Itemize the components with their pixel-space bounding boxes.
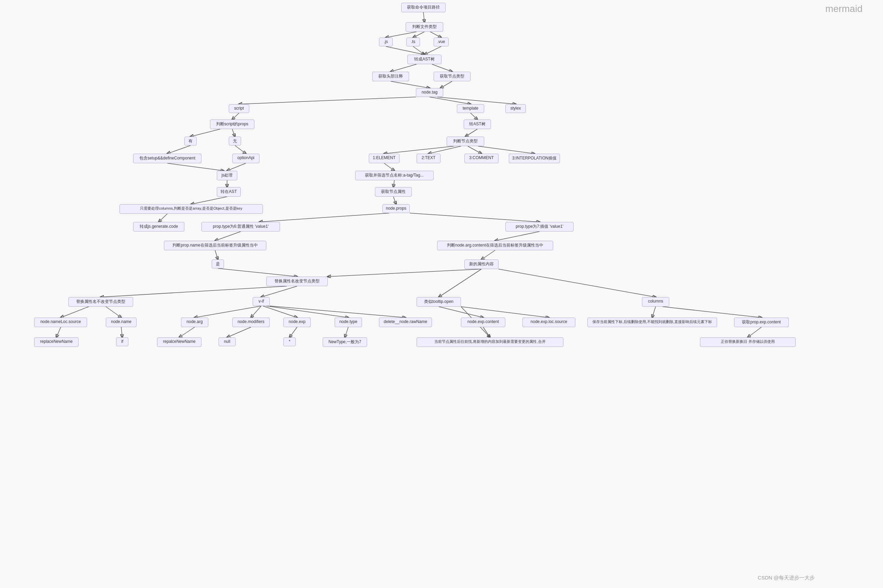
svg-line-53 bbox=[461, 307, 549, 318]
svg-line-20 bbox=[235, 146, 246, 154]
svg-line-39 bbox=[218, 268, 297, 277]
svg-line-40 bbox=[328, 269, 481, 277]
svg-line-24 bbox=[478, 146, 534, 154]
node-n24: js处理 bbox=[217, 171, 237, 180]
svg-line-45 bbox=[61, 307, 89, 318]
svg-line-38 bbox=[481, 250, 495, 260]
svg-line-13 bbox=[437, 97, 516, 104]
svg-line-59 bbox=[179, 327, 195, 338]
svg-line-48 bbox=[251, 306, 261, 318]
diagram-container: 获取命令项目路径 判断文件类型 .js .ts .vue 转成AST树 获取头部… bbox=[0, 0, 883, 588]
svg-line-37 bbox=[215, 250, 218, 260]
svg-line-52 bbox=[439, 307, 483, 318]
svg-line-32 bbox=[159, 214, 167, 222]
svg-line-47 bbox=[195, 306, 261, 318]
svg-line-58 bbox=[121, 327, 122, 338]
node-n21: 2:TEXT bbox=[417, 154, 441, 163]
svg-line-56 bbox=[663, 307, 762, 318]
node-n34: 判断node.arg.content在筛选后当前标签升级属性当中 bbox=[437, 241, 553, 250]
svg-line-30 bbox=[191, 196, 227, 204]
node-n14: 转AST树 bbox=[464, 120, 491, 129]
node-n15: 有 bbox=[184, 136, 197, 146]
svg-line-16 bbox=[190, 129, 220, 136]
svg-line-46 bbox=[106, 307, 121, 318]
node-n7: 获取头部注释 bbox=[372, 72, 409, 81]
svg-line-23 bbox=[468, 146, 481, 154]
svg-line-14 bbox=[232, 113, 239, 120]
node-n45: node.modifiers bbox=[232, 318, 270, 327]
node-n17: 判断节点类型 bbox=[447, 136, 484, 146]
node-n32: prop.type为7:插值 'value1' bbox=[505, 222, 574, 231]
svg-line-57 bbox=[56, 327, 61, 338]
svg-line-0 bbox=[423, 12, 424, 22]
node-n60: 正你替换新换旧 并存储以供使用 bbox=[700, 338, 796, 347]
node-n36: 新的属性内容 bbox=[465, 260, 499, 269]
node-n4: .ts bbox=[406, 38, 420, 46]
node-n42: node.nameLoc.source bbox=[34, 318, 87, 327]
node-n12: stylex bbox=[505, 104, 526, 113]
node-n43: node.name bbox=[106, 318, 136, 327]
node-n53: replaceNewName bbox=[34, 338, 78, 347]
node-n39: v-if bbox=[253, 297, 270, 306]
svg-line-7 bbox=[391, 64, 417, 72]
svg-line-35 bbox=[215, 231, 241, 241]
svg-line-44 bbox=[499, 269, 655, 297]
node-n20: 1:ELEMENT bbox=[369, 154, 399, 163]
node-n31: prop.type为6:普通属性 'value1' bbox=[201, 222, 280, 231]
svg-line-41 bbox=[101, 286, 287, 297]
node-n37: 替换属性名改变节点类型 bbox=[266, 277, 328, 286]
node-n25: 获取并筛选节点名称:a-tag/Tag... bbox=[355, 171, 434, 180]
node-n33: 判断prop.name在筛选后当前标签升级属性当中 bbox=[164, 241, 266, 250]
svg-line-63 bbox=[483, 327, 490, 338]
svg-line-19 bbox=[167, 146, 190, 154]
node-n29: node.props bbox=[382, 204, 410, 213]
svg-line-4 bbox=[386, 46, 424, 55]
node-n30: 转成js.generate.code bbox=[133, 222, 184, 231]
svg-line-5 bbox=[413, 46, 424, 55]
svg-line-15 bbox=[471, 113, 477, 120]
node-n58: NewType,一般为7 bbox=[323, 338, 367, 347]
node-n51: 保存当前属性下标,后续删除使用,不能找到就删除,直接影响后续元素下标 bbox=[587, 318, 717, 327]
node-n52: 获取prop.exp.content bbox=[734, 318, 789, 327]
node-n56: null bbox=[219, 338, 235, 346]
csdn-watermark: CSDN @每天进步一大步 bbox=[758, 574, 815, 581]
svg-line-26 bbox=[227, 163, 246, 171]
node-n44: node.arg bbox=[181, 318, 208, 327]
node-n1: 获取命令项目路径 bbox=[401, 3, 445, 12]
node-n50: node.exp.loc.source bbox=[522, 318, 575, 327]
svg-line-27 bbox=[384, 163, 394, 171]
node-n11: template bbox=[457, 104, 484, 113]
svg-line-9 bbox=[391, 81, 430, 88]
node-n19: optionApi bbox=[232, 154, 259, 163]
svg-line-42 bbox=[261, 286, 297, 297]
svg-line-18 bbox=[465, 129, 477, 136]
node-n54: if bbox=[116, 338, 128, 346]
node-n10: script bbox=[229, 104, 249, 113]
svg-line-6 bbox=[424, 46, 441, 55]
svg-line-50 bbox=[266, 306, 348, 318]
node-n23: 3:INTERPOLATION插值 bbox=[509, 154, 560, 163]
svg-line-36 bbox=[495, 231, 540, 241]
node-n48: delete__node.rawName bbox=[379, 318, 432, 327]
svg-line-1 bbox=[386, 32, 417, 38]
node-n38: 替换属性名不改变节点类型 bbox=[68, 297, 133, 307]
svg-line-61 bbox=[289, 327, 297, 338]
svg-line-64 bbox=[748, 327, 762, 338]
svg-line-43 bbox=[439, 269, 481, 297]
node-n16: 无 bbox=[229, 136, 241, 146]
node-n26: 转在AST bbox=[217, 187, 241, 196]
node-n3: .js bbox=[379, 38, 393, 46]
svg-line-33 bbox=[259, 213, 389, 222]
svg-line-10 bbox=[441, 81, 452, 88]
svg-line-49 bbox=[263, 306, 297, 318]
mermaid-label: mermaid bbox=[825, 3, 862, 14]
node-n9: node.tag bbox=[416, 88, 443, 97]
svg-line-22 bbox=[429, 146, 461, 154]
node-n8: 获取节点类型 bbox=[434, 72, 471, 81]
svg-line-51 bbox=[270, 306, 405, 318]
node-n47: node.type bbox=[334, 318, 362, 327]
svg-line-3 bbox=[430, 32, 441, 38]
node-n2: 判断文件类型 bbox=[406, 22, 443, 32]
svg-line-60 bbox=[227, 327, 251, 338]
svg-line-12 bbox=[430, 97, 471, 104]
